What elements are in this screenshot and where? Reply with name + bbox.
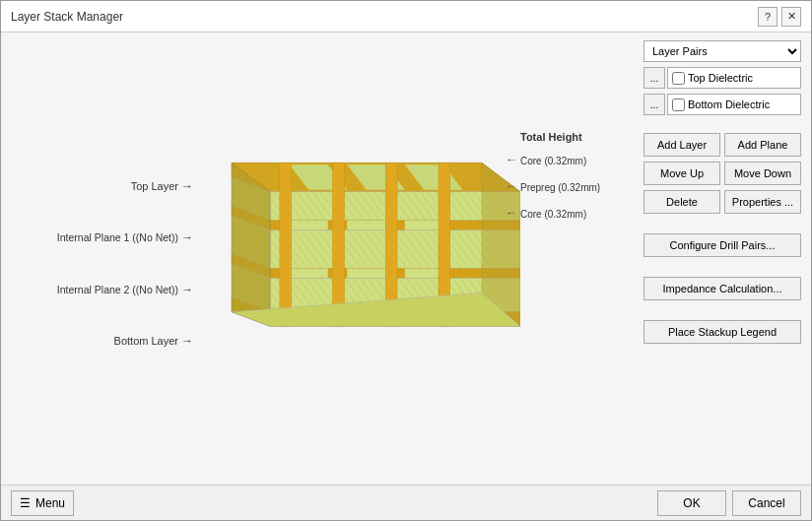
menu-button[interactable]: ☰ Menu: [11, 490, 74, 516]
top-dielectric-checkbox[interactable]: [672, 72, 685, 85]
menu-icon: ☰: [20, 496, 31, 510]
bottom-dielectric-checkbox-row: Bottom Dielectric: [667, 94, 801, 115]
title-controls: ? ✕: [758, 7, 801, 27]
delete-button[interactable]: Delete: [643, 190, 720, 214]
add-plane-button[interactable]: Add Plane: [724, 133, 801, 157]
right-panel: Layer Pairs Single Layer Multi Layer ...…: [634, 33, 811, 485]
add-buttons-row: Add Layer Add Plane: [643, 133, 801, 157]
delete-properties-row: Delete Properties ...: [643, 190, 801, 214]
core-label-2: Core (0.32mm): [520, 209, 586, 220]
svg-marker-19: [290, 268, 328, 278]
content-area: Top Layer Internal Plane 1 ((No Net)) In…: [1, 33, 811, 485]
dialog: Layer Stack Manager ? ✕ Top Layer Intern…: [0, 0, 812, 521]
top-layer-label: Top Layer: [11, 179, 193, 193]
diagram-area: Top Layer Internal Plane 1 ((No Net)) In…: [11, 42, 624, 475]
top-dielectric-row: ... Top Dielectric: [643, 67, 801, 89]
plane2-label: Internal Plane 2 ((No Net)): [11, 283, 193, 296]
place-stackup-button[interactable]: Place Stackup Legend: [643, 320, 801, 344]
properties-button[interactable]: Properties ...: [724, 190, 801, 214]
prepreg-label: Prepreg (0.32mm): [520, 182, 600, 193]
svg-rect-31: [280, 163, 292, 326]
bottom-right-buttons: OK Cancel: [657, 490, 801, 516]
bottom-dielectric-dots-button[interactable]: ...: [643, 94, 665, 115]
cancel-button[interactable]: Cancel: [732, 490, 801, 516]
svg-rect-32: [333, 163, 345, 326]
dialog-title: Layer Stack Manager: [11, 10, 123, 24]
bottom-dielectric-row: ... Bottom Dielectric: [643, 94, 801, 115]
top-dielectric-dots-button[interactable]: ...: [643, 67, 665, 89]
close-button[interactable]: ✕: [781, 7, 801, 27]
top-dielectric-label: Top Dielectric: [688, 72, 753, 84]
core-label-1: Core (0.32mm): [520, 156, 586, 166]
bottom-layer-label: Bottom Layer: [11, 334, 193, 348]
main-panel: Top Layer Internal Plane 1 ((No Net)) In…: [1, 33, 634, 485]
plane1-label: Internal Plane 1 ((No Net)): [11, 230, 193, 244]
svg-marker-13: [405, 220, 443, 229]
impedance-button[interactable]: Impedance Calculation...: [643, 277, 801, 300]
bottom-dielectric-checkbox[interactable]: [672, 98, 685, 111]
total-height-label: Total Height: [520, 131, 582, 143]
bottom-bar: ☰ Menu OK Cancel: [1, 485, 811, 520]
move-down-button[interactable]: Move Down: [724, 162, 801, 185]
top-dielectric-checkbox-row: Top Dielectric: [667, 67, 801, 89]
configure-drill-button[interactable]: Configure Drill Pairs...: [643, 233, 801, 257]
menu-label: Menu: [35, 496, 65, 510]
help-button[interactable]: ?: [758, 7, 778, 27]
title-bar: Layer Stack Manager ? ✕: [1, 1, 811, 33]
svg-marker-12: [347, 220, 385, 229]
svg-marker-21: [405, 268, 443, 278]
pcb-diagram-svg: [193, 131, 520, 387]
svg-marker-30: [232, 163, 270, 326]
svg-marker-11: [290, 220, 328, 229]
svg-marker-20: [347, 268, 385, 278]
add-layer-button[interactable]: Add Layer: [643, 133, 720, 157]
layer-pairs-dropdown[interactable]: Layer Pairs Single Layer Multi Layer: [643, 40, 801, 62]
bottom-dielectric-label: Bottom Dielectric: [688, 98, 770, 110]
ok-button[interactable]: OK: [657, 490, 726, 516]
move-buttons-row: Move Up Move Down: [643, 162, 801, 185]
move-up-button[interactable]: Move Up: [643, 162, 720, 185]
